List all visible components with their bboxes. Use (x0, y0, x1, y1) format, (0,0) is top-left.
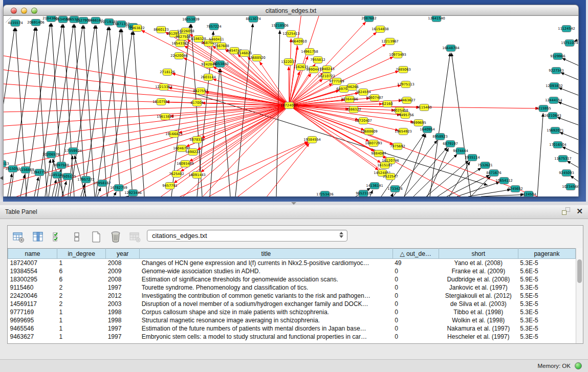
table-cell[interactable]: 0 (393, 267, 439, 275)
table-cell[interactable]: 1997 (106, 324, 140, 333)
table-cell[interactable]: 6 (57, 275, 106, 283)
table-cell[interactable]: 1997 (106, 333, 140, 341)
table-cell[interactable]: de Silva et al. (2003) (439, 300, 518, 308)
table-cell[interactable]: Stergiakouli et al. (2012) (439, 292, 518, 300)
table-cell[interactable]: 9465546 (8, 324, 57, 333)
network-graph[interactable]: 1872400740355742069140621843604963455410… (4, 16, 579, 196)
table-selector-dropdown[interactable]: citations_edges.txt (147, 230, 347, 242)
table-cell[interactable]: Tourette syndrome. Phenomenology and cla… (140, 283, 393, 292)
table-row[interactable]: 1938455462009Genome-wide association stu… (8, 267, 576, 275)
row-height-icon[interactable] (70, 230, 83, 244)
table-row[interactable]: 1872400712008Changes of HCN gene express… (8, 259, 576, 267)
delete-table-icon[interactable] (128, 230, 142, 244)
table-cell[interactable]: 49 (393, 259, 439, 267)
table-cell[interactable]: 2012 (106, 292, 140, 300)
splitter-handle-icon[interactable] (291, 202, 296, 205)
table-cell[interactable]: 5.3E-5 (518, 324, 575, 333)
table-cell[interactable]: 14569117 (8, 300, 57, 308)
table-cell[interactable]: 5.3E-5 (518, 300, 575, 308)
table-cell[interactable]: 2008 (106, 275, 140, 283)
table-cell[interactable]: Disruption of a novel member of a sodium… (140, 300, 393, 308)
table-row[interactable]: 969969511998Structural magnetic resonanc… (8, 316, 576, 324)
network-canvas[interactable]: 1872400740355742069140621843604963455410… (3, 16, 579, 196)
table-cell[interactable]: 2 (57, 283, 106, 292)
table-cell[interactable]: Yano et al. (2008) (439, 259, 518, 267)
table-cell[interactable]: 1998 (106, 308, 140, 316)
table-cell[interactable]: Embryonic stem cells: a model to study s… (140, 333, 393, 341)
table-cell[interactable]: Nakamura et al. (1997) (439, 324, 518, 333)
table-cell[interactable]: Estimation of the future numbers of pati… (140, 324, 393, 333)
table-settings-icon[interactable] (12, 230, 25, 244)
column-header-5[interactable]: short (439, 249, 518, 259)
table-cell[interactable]: 2 (57, 292, 106, 300)
table-cell[interactable]: Corpus callosum shape and size in male p… (140, 308, 393, 316)
table-cell[interactable]: Dudbridge et al. (2008) (439, 275, 518, 283)
close-panel-icon[interactable]: ✕ (576, 207, 583, 215)
table-cell[interactable]: Hescheler et al. (1997) (439, 333, 518, 341)
table-cell[interactable]: 5.9E-5 (518, 275, 575, 283)
table-cell[interactable]: 22420046 (8, 292, 57, 300)
table-cell[interactable]: 5.6E-5 (518, 267, 575, 275)
table-cell[interactable]: 0 (393, 333, 439, 341)
table-row[interactable]: 946554611997Estimation of the future num… (8, 324, 576, 333)
table-cell[interactable]: 18300295 (8, 275, 57, 283)
network-window[interactable]: citations_edges.txt 18724007403557420691… (3, 5, 579, 196)
table-cell[interactable]: 1997 (106, 283, 140, 292)
table-cell[interactable]: 2003 (106, 300, 140, 308)
horizontal-splitter[interactable] (0, 202, 588, 205)
table-cell[interactable]: Investigating the contribution of common… (140, 292, 393, 300)
table-cell[interactable]: Changes of HCN gene expression and I(f) … (140, 259, 393, 267)
table-cell[interactable]: 9115460 (8, 283, 57, 292)
table-cell[interactable]: 6 (57, 267, 106, 275)
table-cell[interactable]: 19384554 (8, 267, 57, 275)
scrollbar-thumb[interactable] (577, 259, 582, 283)
table-row[interactable]: 1830029562008Estimation of significance … (8, 275, 576, 283)
table-cell[interactable]: 9777169 (8, 308, 57, 316)
table-cell[interactable]: 0 (393, 316, 439, 324)
table-cell[interactable]: 18724007 (8, 259, 57, 267)
memory-status-indicator-icon[interactable] (575, 362, 582, 369)
table-cell[interactable]: 1 (57, 324, 106, 333)
table-cell[interactable]: 1998 (106, 316, 140, 324)
table-cell[interactable]: Estimation of significance thresholds fo… (140, 275, 393, 283)
table-row[interactable]: 2242004622012Investigating the contribut… (8, 292, 576, 300)
select-columns-icon[interactable] (51, 230, 64, 244)
table-cell[interactable]: Genome-wide association studies in ADHD. (140, 267, 393, 275)
column-header-3[interactable]: title (140, 249, 393, 259)
table-cell[interactable]: Structural magnetic resonance image aver… (140, 316, 393, 324)
table-cell[interactable]: 5.3E-5 (518, 308, 575, 316)
column-header-2[interactable]: year (106, 249, 140, 259)
table-cell[interactable]: 5.3E-5 (518, 333, 575, 341)
table-cell[interactable]: 2008 (106, 259, 140, 267)
column-header-6[interactable]: pagerank (518, 249, 575, 259)
delete-rows-icon[interactable] (109, 230, 122, 244)
table-cell[interactable]: 9463627 (8, 333, 57, 341)
table-row[interactable]: 946362711997Embryonic stem cells: a mode… (8, 333, 576, 341)
table-cell[interactable]: 0 (393, 324, 439, 333)
table-cell[interactable]: 5.5E-5 (518, 292, 575, 300)
table-cell[interactable]: 1 (57, 259, 106, 267)
column-header-0[interactable]: name (8, 249, 57, 259)
new-table-icon[interactable] (90, 230, 103, 244)
table-vertical-scrollbar[interactable] (576, 248, 583, 343)
table-cell[interactable]: 5.3E-5 (518, 316, 575, 324)
show-columns-icon[interactable] (31, 230, 45, 244)
table-cell[interactable]: 1 (57, 308, 106, 316)
table-cell[interactable]: 1 (57, 333, 106, 341)
table-row[interactable]: 1456911722003Disruption of a novel membe… (8, 300, 576, 308)
table-row[interactable]: 977716911998Corpus callosum shape and si… (8, 308, 576, 316)
table-row[interactable]: 911546021997Tourette syndrome. Phenomeno… (8, 283, 576, 292)
table-cell[interactable]: 0 (393, 283, 439, 292)
table-cell[interactable]: 5.3E-5 (518, 259, 575, 267)
column-header-1[interactable]: in_degree (57, 249, 106, 259)
table-cell[interactable]: Tibbo et al. (1998) (439, 308, 518, 316)
table-cell[interactable]: 1 (57, 316, 106, 324)
resize-grip[interactable] (4, 16, 12, 23)
network-window-titlebar[interactable]: citations_edges.txt (3, 5, 579, 16)
table-cell[interactable]: 0 (393, 308, 439, 316)
table-cell[interactable]: 0 (393, 292, 439, 300)
table-cell[interactable]: 0 (393, 275, 439, 283)
table-cell[interactable]: 2009 (106, 267, 140, 275)
left-splitter-collapse-icon[interactable] (0, 176, 3, 180)
table-cell[interactable]: 0 (393, 300, 439, 308)
